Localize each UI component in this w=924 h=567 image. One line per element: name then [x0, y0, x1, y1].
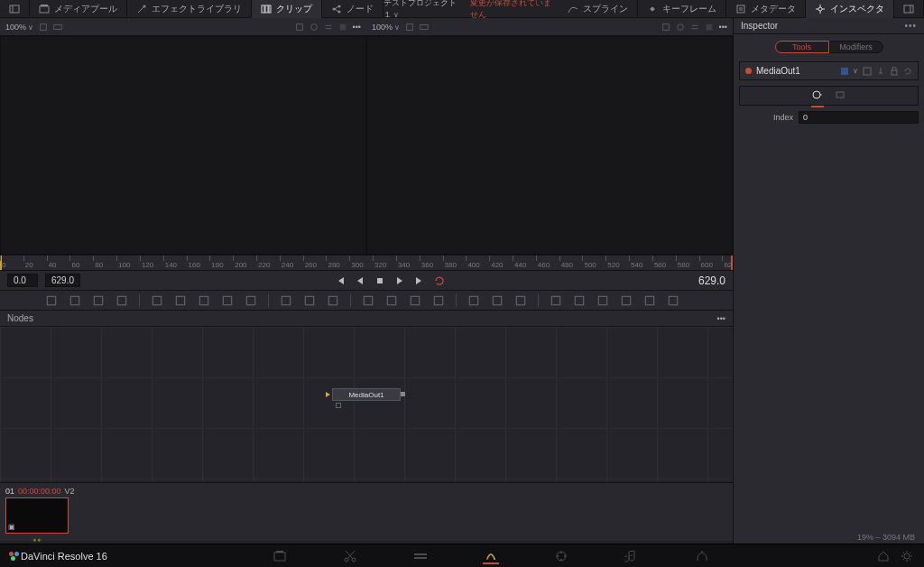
right-viewer-opt2-icon[interactable]	[420, 23, 429, 32]
camera-icon[interactable]	[491, 294, 504, 307]
inspector-subtab-settings[interactable]	[835, 89, 847, 102]
resize-icon[interactable]	[385, 294, 398, 307]
particles-2-icon[interactable]	[550, 294, 562, 307]
layout-right-button[interactable]	[894, 0, 924, 18]
brightness-icon[interactable]	[327, 294, 339, 307]
page-deliver-button[interactable]	[694, 548, 710, 564]
inspector-field-index[interactable]	[799, 111, 919, 124]
svg-point-21	[310, 23, 317, 30]
transform-icon[interactable]	[362, 294, 374, 307]
go-end-button[interactable]	[412, 274, 427, 288]
left-viewer-opt1-icon[interactable]	[39, 23, 48, 32]
time-ruler[interactable]: 0204060801001201401601802002202402602803…	[0, 255, 733, 271]
stop-button[interactable]	[373, 274, 387, 288]
tracker-icon[interactable]	[432, 294, 445, 307]
planar-icon[interactable]	[467, 294, 480, 307]
left-viewer-d-icon[interactable]	[338, 23, 347, 32]
page-edit-button[interactable]	[412, 548, 429, 564]
particles-icon[interactable]	[514, 294, 527, 307]
nodes-flow-area[interactable]: MediaOut1	[0, 327, 733, 482]
clips-button[interactable]: クリップ	[252, 0, 322, 18]
play-reverse-button[interactable]	[353, 274, 367, 288]
page-media-button[interactable]	[272, 548, 288, 564]
lock-icon[interactable]	[890, 67, 899, 76]
inspector-dots[interactable]: •••	[904, 21, 917, 31]
left-viewer-a-icon[interactable]	[295, 23, 304, 32]
left-viewer-dots[interactable]: •••	[353, 23, 361, 32]
go-start-button[interactable]	[333, 274, 347, 288]
loop-button[interactable]	[432, 274, 447, 288]
svg-rect-54	[598, 296, 606, 304]
spline-button[interactable]: スプライン	[559, 0, 638, 18]
background-icon[interactable]	[45, 294, 58, 307]
media-pool-button[interactable]: メディアプール	[30, 0, 127, 18]
node-color-swatch[interactable]	[841, 68, 848, 75]
blur-icon[interactable]	[303, 294, 316, 307]
left-viewer[interactable]	[0, 36, 366, 255]
paint-icon[interactable]	[116, 294, 128, 307]
transport-bar: 0.0 629.0 629.0	[0, 271, 733, 291]
left-viewer-c-icon[interactable]	[324, 23, 333, 32]
home-button[interactable]	[875, 548, 892, 564]
shape-icon[interactable]	[596, 294, 609, 307]
mask-ellipse-icon[interactable]	[198, 294, 210, 307]
right-viewer-opt1-icon[interactable]	[405, 23, 414, 32]
page-cut-button[interactable]	[342, 548, 358, 564]
mask-wand-icon[interactable]	[245, 294, 257, 307]
mask-bspline-icon[interactable]	[174, 294, 187, 307]
reset-icon[interactable]	[903, 67, 912, 76]
effect-library-button[interactable]: エフェクトライブラリ	[127, 0, 252, 18]
merge-icon[interactable]	[69, 294, 81, 307]
page-fairlight-button[interactable]	[624, 548, 640, 564]
text-icon[interactable]	[92, 294, 105, 307]
right-viewer-d-icon[interactable]	[705, 23, 714, 32]
nodes-panel-title: Nodes	[7, 313, 33, 323]
inspector-button[interactable]: インスペクタ	[806, 0, 894, 18]
right-viewer-dots[interactable]: •••	[719, 23, 727, 32]
left-viewer-opt2-icon[interactable]	[53, 23, 62, 32]
nodes-panel-dots[interactable]: •••	[717, 314, 725, 323]
fog-icon[interactable]	[667, 294, 679, 307]
render-icon[interactable]	[643, 294, 656, 307]
node-input-port[interactable]	[326, 392, 330, 397]
color-corrector-icon[interactable]	[280, 294, 292, 307]
right-zoom-dropdown[interactable]: 100%	[372, 23, 400, 32]
mask-rect-icon[interactable]	[221, 294, 234, 307]
nodes-button[interactable]: ノード	[322, 0, 383, 18]
light-icon[interactable]	[573, 294, 586, 307]
current-frame-field[interactable]: 0.0	[7, 274, 38, 287]
inspector-subtab-image[interactable]	[811, 89, 824, 102]
inspector-tab-tools[interactable]: Tools	[775, 41, 829, 53]
clip-thumbnail[interactable]: ▣	[5, 497, 69, 534]
inspector-node-row[interactable]: MediaOut1 ∨	[739, 61, 919, 80]
pin-icon[interactable]	[876, 67, 885, 76]
node-mediaout1[interactable]: MediaOut1	[332, 388, 401, 401]
svg-point-28	[677, 23, 683, 30]
right-viewer-b-icon[interactable]	[676, 23, 685, 32]
svg-rect-47	[411, 296, 419, 304]
svg-point-73	[560, 559, 562, 561]
page-fusion-button[interactable]	[483, 548, 499, 564]
left-zoom-dropdown[interactable]: 100%	[5, 23, 33, 32]
node-enable-dot[interactable]	[745, 68, 752, 74]
layout-toggle-button[interactable]	[0, 0, 30, 18]
mask-polyline-icon[interactable]	[151, 294, 163, 307]
left-viewer-b-icon[interactable]	[310, 23, 319, 32]
metadata-button[interactable]: メタデータ	[726, 0, 806, 18]
node-view-tag[interactable]	[336, 403, 341, 408]
versions-icon[interactable]	[863, 67, 872, 76]
range-end-field[interactable]: 629.0	[45, 274, 80, 287]
project-settings-button[interactable]	[899, 548, 915, 564]
clip-track: V2	[65, 487, 75, 496]
inspector-tab-modifiers[interactable]: Modifiers	[829, 41, 883, 53]
page-color-button[interactable]	[553, 548, 569, 564]
node-output-port[interactable]	[401, 392, 405, 396]
right-viewer[interactable]	[366, 36, 733, 255]
svg-rect-52	[551, 296, 559, 304]
right-viewer-c-icon[interactable]	[690, 23, 699, 32]
3d-icon[interactable]	[620, 294, 633, 307]
play-button[interactable]	[393, 274, 407, 288]
right-viewer-a-icon[interactable]	[661, 23, 670, 32]
crop-icon[interactable]	[409, 294, 421, 307]
keyframes-button[interactable]: キーフレーム	[638, 0, 726, 18]
